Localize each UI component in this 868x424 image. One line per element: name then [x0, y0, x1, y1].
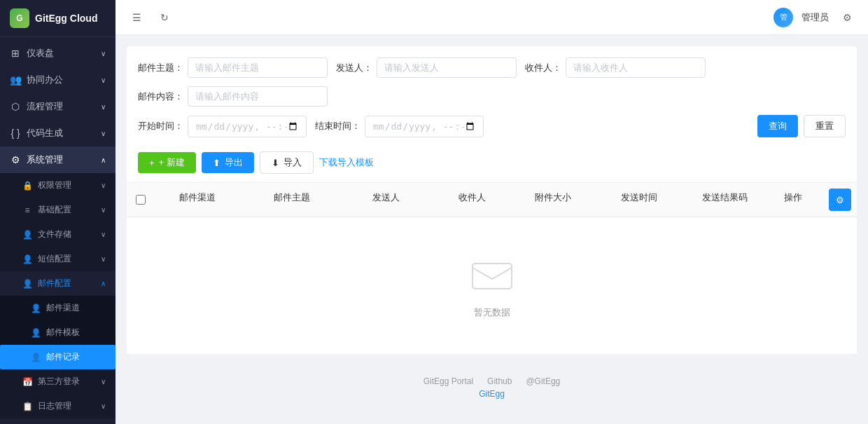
sidebar-logo: G GitEgg Cloud [0, 0, 115, 37]
submenu-label: 日志管理 [38, 400, 71, 412]
footer-link-portal[interactable]: GitEgg Portal [424, 376, 473, 386]
download-template-button[interactable]: 下载导入模板 [319, 152, 374, 173]
col-attachment-size: 附件大小 [514, 183, 592, 217]
recipient-input[interactable] [566, 57, 706, 78]
chevron-down-icon: ∨ [101, 182, 106, 189]
sidebar-item-label: 代码生成 [27, 127, 63, 139]
import-button[interactable]: ⬇ 导入 [260, 151, 314, 174]
col-send-time: 发送时间 [592, 183, 686, 217]
empty-state: 暂无数据 [127, 217, 857, 354]
sidebar-item-sms[interactable]: 👤 短信配置 ∨ [0, 247, 115, 271]
table-settings-button[interactable]: ⚙ [829, 189, 851, 211]
submenu-label: 权限管理 [38, 179, 71, 191]
refresh-button[interactable]: ↻ [155, 8, 174, 27]
chevron-down-icon: ∨ [101, 206, 106, 214]
content-label: 邮件内容： [138, 90, 183, 103]
import-icon: ⬇ [272, 158, 279, 168]
empty-text: 暂无数据 [474, 306, 510, 319]
storage-icon: 👤 [22, 230, 32, 240]
settings-icon: ⚙ [836, 195, 844, 205]
sender-input[interactable] [377, 57, 517, 78]
collaboration-icon: 👥 [10, 74, 21, 86]
chevron-down-icon: ∨ [101, 402, 106, 410]
start-time-input[interactable] [188, 116, 307, 137]
subject-input[interactable] [188, 57, 328, 78]
lock-icon: 🔒 [22, 181, 32, 191]
gear-icon: ⚙ [843, 12, 852, 23]
dashboard-icon: ⊞ [10, 48, 21, 59]
export-button[interactable]: ⬆ 导出 [202, 152, 254, 173]
footer-link-github[interactable]: Github [487, 376, 512, 386]
sidebar-item-system[interactable]: ⚙ 系统管理 ∧ [0, 146, 115, 173]
filter-start-time: 开始时间： [138, 116, 307, 137]
sidebar-item-permission[interactable]: 🔒 权限管理 ∨ [0, 173, 115, 198]
sidebar-item-label: 系统管理 [27, 153, 63, 166]
log-icon: 📋 [22, 402, 32, 411]
codegen-icon: { } [10, 128, 21, 139]
filter-end-time: 结束时间： [315, 116, 484, 137]
menu-toggle-button[interactable]: ☰ [127, 8, 146, 27]
col-subject: 邮件主题 [240, 183, 343, 217]
chevron-down-icon: ∨ [101, 231, 106, 238]
sidebar-item-storage[interactable]: 👤 文件存储 ∨ [0, 222, 115, 247]
sidebar-item-codegen[interactable]: { } 代码生成 ∨ [0, 120, 115, 146]
main-panel: 邮件主题： 发送人： 收件人： 邮件内容： [127, 46, 857, 354]
settings-button[interactable]: ⚙ [837, 8, 857, 27]
email-submenu: 👤 邮件渠道 👤 邮件模板 👤 邮件记录 [0, 296, 115, 369]
sidebar-item-email[interactable]: 👤 邮件配置 ∧ [0, 271, 115, 296]
subject-label: 邮件主题： [138, 62, 183, 74]
sender-label: 发送人： [336, 62, 372, 74]
end-time-input[interactable] [365, 116, 484, 137]
sidebar-item-email-record[interactable]: 👤 邮件记录 [0, 345, 115, 369]
topbar: ☰ ↻ 管 管理员 ⚙ [115, 0, 868, 35]
flow-icon: ⬡ [10, 101, 21, 112]
filter-sender: 发送人： [336, 57, 517, 78]
submenu-label: 文件存储 [38, 228, 71, 240]
sidebar-item-log[interactable]: 📋 日志管理 ∨ [0, 394, 115, 418]
footer-link-at[interactable]: @GitEgg [526, 376, 560, 386]
content-input[interactable] [188, 86, 328, 107]
sidebar-item-third-party[interactable]: 📅 第三方登录 ∨ [0, 369, 115, 394]
sidebar-item-dashboard[interactable]: ⊞ 仪表盘 ∨ [0, 40, 115, 67]
select-all-checkbox[interactable] [136, 195, 146, 205]
sidebar-item-email-template[interactable]: 👤 邮件模板 [0, 320, 115, 345]
sidebar-menu: ⊞ 仪表盘 ∨ 👥 协同办公 ∨ ⬡ 流程管理 ∨ { } 代码生成 [0, 37, 115, 424]
chevron-down-icon: ∨ [101, 103, 106, 111]
reset-button[interactable]: 重置 [804, 115, 846, 137]
checkbox-header[interactable] [127, 183, 155, 217]
submenu-label: 邮件模板 [46, 327, 80, 338]
chevron-down-icon: ∨ [101, 130, 106, 137]
export-icon: ⬆ [213, 158, 220, 168]
chevron-down-icon: ∨ [101, 50, 106, 57]
new-button[interactable]: + + 新建 [138, 152, 196, 173]
data-table: 邮件渠道 邮件主题 发送人 收件人 附件大小 发送时间 发送结果码 操作 ⚙ [127, 183, 857, 354]
sidebar-item-flow[interactable]: ⬡ 流程管理 ∨ [0, 93, 115, 120]
sidebar-item-basic[interactable]: ≡ 基础配置 ∨ [0, 198, 115, 222]
topbar-right: 管 管理员 ⚙ [774, 8, 857, 27]
sms-icon: 👤 [22, 254, 32, 264]
system-submenu: 🔒 权限管理 ∨ ≡ 基础配置 ∨ 👤 文件存储 ∨ 👤 短信配置 ∨ 👤 [0, 173, 115, 418]
search-button[interactable]: 查询 [757, 115, 798, 137]
user-name: 管理员 [802, 11, 829, 24]
basic-icon: ≡ [22, 205, 32, 215]
submenu-label: 短信配置 [38, 253, 71, 265]
submenu-label: 邮件配置 [38, 278, 71, 289]
filter-actions: 查询 重置 [757, 115, 846, 137]
start-time-label: 开始时间： [138, 120, 183, 132]
page-content: 邮件主题： 发送人： 收件人： 邮件内容： [115, 35, 868, 424]
sidebar-item-collaboration[interactable]: 👥 协同办公 ∨ [0, 67, 115, 93]
filter-content: 邮件内容： [138, 86, 328, 107]
sidebar-item-email-channel[interactable]: 👤 邮件渠道 [0, 296, 115, 320]
logo-icon: G [10, 8, 29, 28]
table-header: 邮件渠道 邮件主题 发送人 收件人 附件大小 发送时间 发送结果码 操作 ⚙ [127, 183, 857, 217]
footer-brand[interactable]: GitEgg [141, 389, 843, 399]
end-time-label: 结束时间： [315, 120, 360, 132]
chevron-up-icon: ∧ [101, 280, 106, 287]
footer-links: GitEgg Portal Github @GitEgg [141, 376, 843, 386]
main-content: ☰ ↻ 管 管理员 ⚙ 邮件主题： [115, 0, 868, 424]
filter-row-2: 开始时间： 结束时间： 查询 重置 [138, 115, 846, 137]
chevron-down-icon: ∨ [101, 255, 106, 263]
filter-row-1: 邮件主题： 发送人： 收件人： 邮件内容： [138, 57, 846, 107]
svg-rect-0 [472, 264, 512, 289]
col-recipient: 收件人 [429, 183, 514, 217]
